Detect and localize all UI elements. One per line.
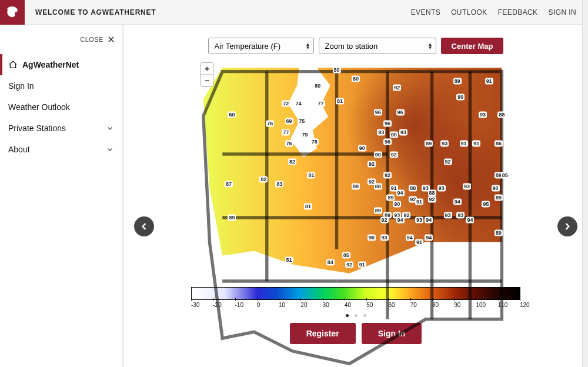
station-marker[interactable]: 94 [425, 235, 433, 241]
zoom-in-button[interactable]: + [201, 63, 213, 75]
station-marker[interactable]: 92 [402, 212, 410, 219]
station-marker[interactable]: 82 [288, 158, 296, 165]
station-marker[interactable]: 91 [472, 141, 480, 147]
station-marker[interactable]: 80 [352, 76, 360, 82]
station-marker[interactable]: 96 [396, 109, 405, 116]
station-marker[interactable]: 90 [358, 145, 366, 152]
station-marker[interactable]: 89 [425, 141, 433, 147]
station-marker[interactable]: 92 [428, 196, 436, 203]
station-marker[interactable]: 93 [479, 112, 487, 118]
station-marker[interactable]: 88 [409, 185, 417, 192]
station-marker[interactable]: 93 [399, 129, 407, 136]
station-marker[interactable]: 94 [466, 216, 474, 223]
station-marker[interactable]: 81 [285, 257, 293, 263]
station-marker[interactable]: 94 [425, 216, 433, 223]
station-marker[interactable]: 88 [374, 183, 382, 189]
station-marker[interactable]: 93 [377, 129, 385, 136]
sidebar-item-signin[interactable]: Sign In [0, 75, 122, 96]
station-marker[interactable]: 69 [285, 118, 293, 125]
station-marker[interactable]: 93 [380, 235, 389, 241]
station-marker[interactable]: 92 [383, 172, 392, 178]
station-marker[interactable]: 89 [386, 194, 395, 201]
station-marker[interactable]: 90 [393, 201, 401, 208]
station-marker[interactable]: 93 [463, 183, 471, 189]
variable-select[interactable]: Air Temperature (F) [208, 38, 314, 54]
station-marker[interactable]: 77 [282, 129, 290, 136]
nav-signin[interactable]: SIGN IN [549, 8, 576, 16]
station-marker[interactable]: 87 [225, 181, 233, 187]
sidebar-item-about[interactable]: About [0, 139, 122, 160]
center-map-button[interactable]: Center Map [441, 38, 504, 54]
nav-events[interactable]: EVENTS [411, 8, 440, 16]
station-marker[interactable]: 96 [383, 121, 392, 127]
zoom-station-select[interactable]: Zoom to station [319, 38, 436, 54]
station-marker[interactable]: 93 [444, 212, 452, 219]
station-marker[interactable]: 88 [497, 112, 506, 118]
station-marker[interactable]: 76 [285, 141, 293, 147]
station-marker[interactable]: 77 [317, 101, 325, 107]
station-marker[interactable]: 80 [333, 67, 341, 74]
station-marker[interactable]: 78 [310, 138, 319, 145]
station-marker[interactable]: 90 [374, 152, 382, 158]
station-marker[interactable]: 85 [342, 252, 350, 259]
station-marker[interactable]: 93 [415, 216, 423, 223]
station-marker[interactable]: 74 [295, 101, 303, 107]
station-marker[interactable]: 81 [336, 98, 344, 105]
station-marker[interactable]: 82 [259, 176, 268, 183]
station-marker[interactable]: 88 [352, 183, 360, 189]
temperature-map[interactable]: + − 808077727480768160697577797876828182… [197, 59, 514, 282]
station-marker[interactable]: 91 [485, 78, 493, 85]
station-marker[interactable]: 96 [374, 109, 382, 116]
station-marker[interactable]: 88 [428, 190, 436, 196]
scrollbar-track[interactable] [582, 0, 588, 367]
station-marker[interactable]: 89 [374, 208, 382, 214]
station-marker[interactable]: 93 [456, 212, 465, 219]
station-marker[interactable]: 90 [390, 132, 398, 138]
station-marker[interactable]: 76 [266, 121, 274, 127]
station-marker[interactable]: 90 [456, 94, 465, 100]
station-marker[interactable]: 95 [482, 201, 490, 208]
station-marker[interactable]: 91 [415, 239, 423, 245]
station-marker[interactable]: 60 [228, 112, 236, 118]
station-marker[interactable]: 92 [345, 261, 353, 268]
station-marker[interactable]: 92 [368, 161, 376, 167]
sidebar-item-weather-outlook[interactable]: Weather Outlook [0, 96, 122, 118]
station-marker[interactable]: 91 [460, 141, 468, 147]
station-marker[interactable]: 94 [453, 199, 462, 205]
station-marker[interactable]: 93 [437, 185, 446, 192]
sidebar-item-private-stations[interactable]: Private Stations [0, 118, 122, 139]
station-marker[interactable]: 92 [390, 152, 398, 158]
sidebar-item-agweathernet[interactable]: AgWeatherNet [0, 54, 122, 75]
station-marker[interactable]: 72 [282, 101, 290, 107]
station-marker[interactable]: 75 [298, 118, 306, 125]
station-marker[interactable]: 89 [453, 78, 462, 85]
station-marker[interactable]: 86 [495, 141, 503, 147]
wsu-logo[interactable] [0, 0, 25, 25]
station-marker[interactable]: 92 [393, 85, 401, 91]
station-marker[interactable]: 85 [501, 172, 509, 178]
station-marker[interactable]: 92 [380, 216, 389, 223]
close-sidebar-button[interactable]: CLOSE [0, 29, 122, 54]
station-marker[interactable]: 90 [368, 235, 376, 241]
station-marker[interactable]: 94 [406, 235, 414, 241]
station-marker[interactable]: 92 [444, 158, 452, 165]
carousel-next-button[interactable] [557, 216, 577, 236]
station-marker[interactable]: 91 [415, 199, 423, 205]
station-marker[interactable]: 96 [383, 138, 392, 145]
station-marker[interactable]: 89 [228, 214, 236, 221]
station-marker[interactable]: 81 [307, 172, 315, 178]
station-marker[interactable]: 91 [358, 261, 366, 268]
station-marker[interactable]: 94 [396, 190, 405, 196]
station-marker[interactable]: 89 [495, 194, 503, 201]
station-marker[interactable]: 89 [495, 230, 503, 236]
station-marker[interactable]: 90 [492, 185, 500, 192]
station-marker[interactable]: 83 [275, 181, 283, 187]
station-marker[interactable]: 79 [301, 132, 309, 138]
station-marker[interactable]: 93 [440, 141, 449, 147]
station-marker[interactable]: 80 [313, 82, 322, 89]
station-marker[interactable]: 84 [326, 259, 335, 265]
nav-feedback[interactable]: FEEDBACK [498, 8, 538, 16]
nav-outlook[interactable]: OUTLOOK [451, 8, 487, 16]
zoom-out-button[interactable]: − [201, 75, 213, 86]
station-marker[interactable]: 81 [304, 203, 312, 209]
